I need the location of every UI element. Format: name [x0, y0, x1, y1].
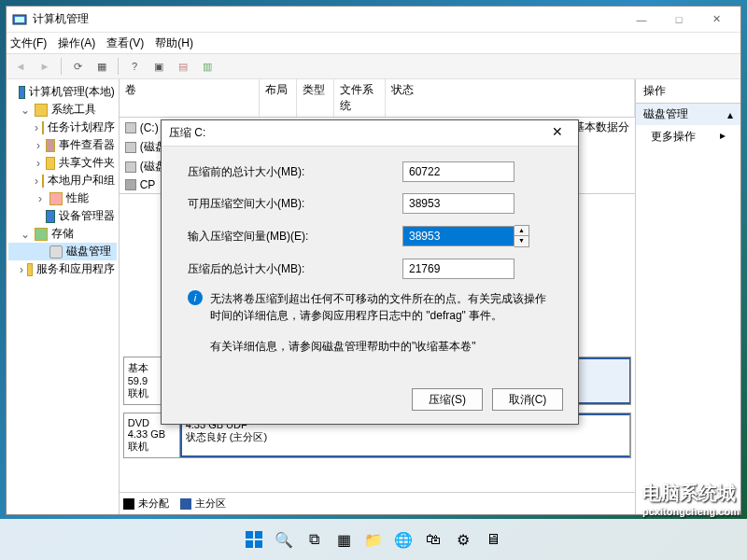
dialog-titlebar: 压缩 C: ✕ [162, 120, 578, 147]
search-icon[interactable]: 🔍 [272, 527, 296, 552]
shrink-button[interactable]: 压缩(S) [412, 388, 483, 411]
actions-pane: 操作 磁盘管理▴ 更多操作▸ [636, 79, 740, 514]
label-shrink-amount: 输入压缩空间量(MB)(E): [188, 229, 402, 245]
svg-rect-1 [15, 17, 24, 22]
svg-rect-3 [255, 531, 262, 539]
chevron-right-icon: ▸ [720, 129, 726, 145]
value-available: 38953 [402, 193, 514, 214]
cancel-button[interactable]: 取消(C) [492, 388, 563, 411]
toolbar: ◄ ► ⟳ ▦ ? ▣ ▤ ▥ [7, 53, 740, 79]
volume-grid-header: 卷 布局 类型 文件系统 状态 [120, 79, 635, 118]
menubar: 文件(F) 操作(A) 查看(V) 帮助(H) [7, 33, 740, 53]
info-icon: i [188, 290, 203, 305]
toolbar-sep [118, 58, 119, 75]
label-total-after: 压缩后的总计大小(MB): [188, 261, 402, 277]
tree-perf[interactable]: ›性能 [8, 189, 117, 207]
col-fs[interactable]: 文件系统 [334, 79, 386, 117]
store-icon[interactable]: 🛍 [421, 527, 445, 552]
watermark: 电脑系统城 pcxitongcheng.com [642, 481, 740, 517]
value-total-before: 60722 [402, 161, 514, 182]
menu-action[interactable]: 操作(A) [58, 35, 95, 51]
actions-header: 操作 [636, 79, 740, 104]
app-icon [12, 12, 27, 27]
window-title: 计算机管理 [33, 11, 623, 27]
refresh-icon[interactable]: ⟳ [67, 56, 88, 77]
tree-diskmgmt[interactable]: 磁盘管理 [8, 243, 117, 260]
dialog-close-button[interactable]: ✕ [544, 124, 571, 143]
titlebar: 计算机管理 — □ ✕ [7, 7, 740, 33]
legend-primary-swatch [180, 498, 191, 510]
col-volume[interactable]: 卷 [120, 79, 260, 117]
info-text: 无法将卷压缩到超出任何不可移动的文件所在的点。有关完成该操作时间的详细信息，请参… [210, 290, 552, 324]
legend-unalloc-label: 未分配 [138, 497, 169, 509]
actions-section[interactable]: 磁盘管理▴ [636, 104, 740, 125]
col-status[interactable]: 状态 [386, 79, 635, 117]
col-type[interactable]: 类型 [297, 79, 334, 117]
nav-tree: 计算机管理(本地) ⌄系统工具 ›任务计划程序 ›事件查看器 ›共享文件夹 ›本… [7, 79, 120, 514]
settings-icon[interactable]: ⚙ [451, 527, 475, 552]
maximize-button[interactable]: □ [660, 8, 698, 31]
menu-help[interactable]: 帮助(H) [155, 35, 193, 51]
menu-file[interactable]: 文件(F) [10, 35, 47, 51]
spin-up-icon: ▲ [514, 226, 529, 236]
shrink-spinner[interactable]: ▲▼ [514, 225, 529, 247]
label-total-before: 压缩前的总计大小(MB): [188, 164, 402, 180]
taskview-icon[interactable]: ⧉ [302, 527, 326, 552]
value-total-after: 21769 [402, 259, 514, 279]
note-text: 有关详细信息，请参阅磁盘管理帮助中的"收缩基本卷" [188, 339, 552, 355]
svg-rect-4 [246, 540, 253, 548]
tree-eventviewer[interactable]: ›事件查看器 [8, 136, 117, 154]
shrink-dialog: 压缩 C: ✕ 压缩前的总计大小(MB): 60722 可用压缩空间大小(MB)… [161, 119, 579, 425]
input-shrink-amount[interactable]: 38953 [402, 226, 514, 246]
legend: 未分配 主分区 [120, 492, 635, 514]
tree-scheduler[interactable]: ›任务计划程序 [8, 119, 117, 136]
tree-root[interactable]: 计算机管理(本地) [8, 83, 117, 101]
dialog-title: 压缩 C: [169, 125, 205, 141]
collapse-icon: ▴ [727, 108, 733, 121]
close-button[interactable]: ✕ [698, 8, 735, 31]
toolbar-sep [61, 58, 62, 75]
spin-down-icon: ▼ [514, 236, 529, 246]
forward-button[interactable]: ► [35, 56, 55, 77]
menu-view[interactable]: 查看(V) [106, 35, 144, 51]
actions-more[interactable]: 更多操作▸ [636, 125, 740, 148]
edge-icon[interactable]: 🌐 [391, 527, 416, 552]
minimize-button[interactable]: — [623, 8, 660, 31]
tool-icon2[interactable]: ▤ [173, 56, 193, 77]
view-icon[interactable]: ▦ [92, 56, 112, 77]
legend-unalloc-swatch [123, 498, 134, 510]
tool-icon[interactable]: ▣ [148, 56, 169, 77]
widgets-icon[interactable]: ▦ [331, 527, 356, 552]
help-icon[interactable]: ? [124, 56, 145, 77]
svg-rect-5 [255, 540, 262, 548]
explorer-icon[interactable]: 📁 [361, 527, 386, 552]
col-layout[interactable]: 布局 [260, 79, 297, 117]
tree-storage[interactable]: ⌄存储 [8, 225, 117, 243]
label-available: 可用压缩空间大小(MB): [188, 196, 402, 212]
tree-shared[interactable]: ›共享文件夹 [8, 154, 117, 172]
legend-primary-label: 主分区 [195, 497, 226, 509]
tool-icon3[interactable]: ▥ [197, 56, 218, 77]
tree-users[interactable]: ›本地用户和组 [8, 172, 117, 189]
compmgmt-icon[interactable]: 🖥 [481, 527, 505, 552]
svg-rect-2 [246, 531, 253, 539]
back-button[interactable]: ◄ [10, 56, 31, 77]
taskbar: 🔍 ⧉ ▦ 📁 🌐 🛍 ⚙ 🖥 [0, 519, 747, 560]
tree-devmgr[interactable]: 设备管理器 [8, 207, 117, 225]
start-button[interactable] [242, 527, 266, 552]
tree-services[interactable]: ›服务和应用程序 [8, 260, 117, 278]
tree-systools[interactable]: ⌄系统工具 [8, 101, 117, 119]
